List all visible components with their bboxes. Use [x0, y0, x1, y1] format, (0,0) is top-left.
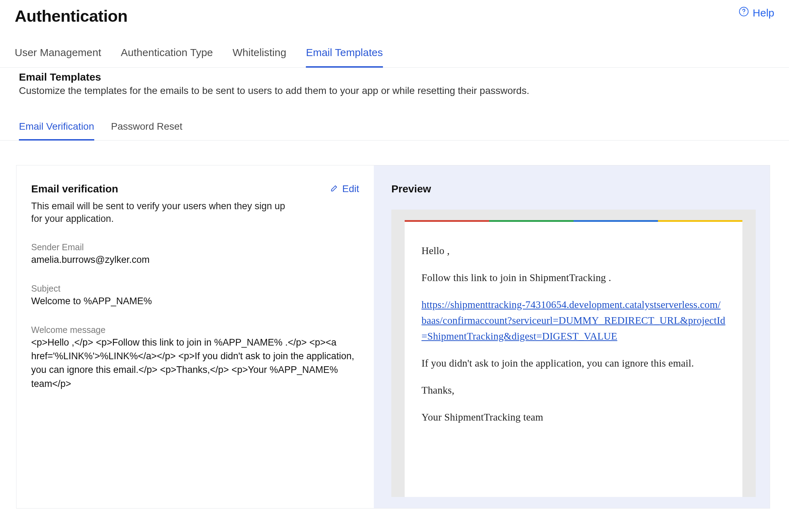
section-description: Customize the templates for the emails t… [19, 85, 770, 96]
sender-email-label: Sender Email [31, 242, 359, 252]
sender-email-value: amelia.burrows@zylker.com [31, 253, 359, 267]
preview-line-2: If you didn't ask to join the applicatio… [421, 355, 726, 371]
subtab-password-reset[interactable]: Password Reset [111, 121, 183, 141]
content-area: Email verification Edit This email will … [16, 165, 770, 509]
edit-label: Edit [342, 183, 359, 195]
subject-label: Subject [31, 284, 359, 294]
svg-point-1 [743, 13, 744, 14]
bar-green [489, 220, 574, 222]
bar-red [405, 220, 489, 222]
bar-yellow [658, 220, 742, 222]
edit-button[interactable]: Edit [330, 183, 359, 195]
page-title: Authentication [15, 6, 128, 26]
help-label: Help [753, 7, 774, 19]
sub-tabs: Email Verification Password Reset [0, 121, 789, 141]
preview-line-3: Thanks, [421, 382, 726, 398]
welcome-message-value: <p>Hello ,</p> <p>Follow this link to jo… [31, 336, 359, 391]
tab-email-templates[interactable]: Email Templates [306, 47, 383, 68]
help-link[interactable]: Help [739, 6, 774, 19]
help-icon [739, 6, 749, 19]
tab-whitelisting[interactable]: Whitelisting [233, 47, 286, 68]
welcome-message-label: Welcome message [31, 325, 359, 335]
section-title: Email Templates [19, 71, 770, 83]
preview-line-4: Your ShipmentTracking team [421, 409, 726, 425]
template-editor-pane: Email verification Edit This email will … [16, 165, 374, 508]
preview-body: Hello , Follow this link to join in Ship… [405, 222, 742, 497]
tab-authentication-type[interactable]: Authentication Type [121, 47, 213, 68]
preview-title: Preview [391, 183, 756, 195]
subject-value: Welcome to %APP_NAME% [31, 294, 359, 308]
template-title: Email verification [31, 183, 118, 195]
preview-color-bar [405, 220, 742, 222]
preview-link[interactable]: https://shipmenttracking-74310654.develo… [421, 299, 725, 342]
preview-frame: Hello , Follow this link to join in Ship… [391, 210, 756, 497]
primary-tabs: User Management Authentication Type Whit… [0, 47, 789, 68]
template-description: This email will be sent to verify your u… [31, 200, 290, 225]
tab-user-management[interactable]: User Management [15, 47, 101, 68]
pencil-icon [330, 183, 339, 195]
preview-line-1: Follow this link to join in ShipmentTrac… [421, 270, 726, 286]
preview-pane: Preview Hello , Follow this link to join… [374, 165, 770, 508]
bar-blue [574, 220, 658, 222]
subtab-email-verification[interactable]: Email Verification [19, 121, 94, 141]
preview-greeting: Hello , [421, 243, 726, 259]
